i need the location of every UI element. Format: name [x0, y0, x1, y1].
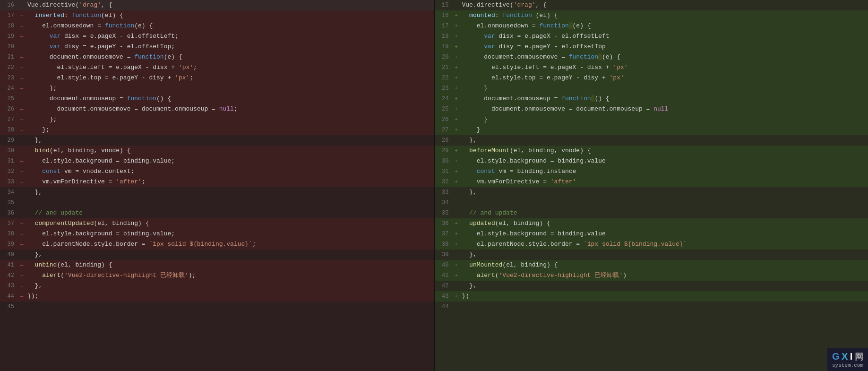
line-number: 23 — [435, 83, 453, 94]
table-row: 19+ var disy = e.pageY - el.offsetTop — [435, 42, 868, 52]
line-marker: — — [18, 114, 26, 125]
line-marker: — — [18, 291, 26, 302]
line-code: } — [460, 125, 868, 135]
line-marker: — — [18, 125, 26, 135]
line-number: 40 — [435, 260, 453, 270]
line-marker: + — [453, 125, 460, 135]
line-number: 16 — [435, 10, 453, 21]
line-code: alert('Vue2-directive-highlight 已经卸载') — [460, 270, 868, 281]
table-row: 38— el.style.background = binding.value; — [0, 229, 434, 239]
line-marker: — — [18, 94, 26, 104]
table-row: 27+ } — [435, 125, 868, 135]
line-marker: + — [453, 31, 460, 42]
line-number: 44 — [0, 291, 18, 302]
line-marker: + — [453, 83, 460, 94]
line-code: var disy = e.pageY - el.offsetTop; — [26, 42, 434, 52]
line-number: 22 — [435, 73, 453, 83]
line-code: el.style.background = binding.value — [460, 229, 868, 239]
line-number: 30 — [435, 156, 453, 166]
line-number: 29 — [435, 146, 453, 156]
line-code: document.onmouseup = function () { — [460, 94, 868, 104]
line-marker: + — [453, 94, 460, 104]
table-row: 17— inserted: function(el) { — [0, 10, 434, 21]
line-code: document.onmousemove = document.onmouseu… — [26, 104, 434, 114]
line-number: 31 — [435, 166, 453, 177]
line-number: 43 — [435, 291, 453, 302]
line-number: 19 — [435, 42, 453, 52]
line-number: 38 — [0, 229, 18, 239]
line-marker: + — [453, 218, 460, 229]
line-code: }; — [26, 83, 434, 94]
line-number: 30 — [0, 146, 18, 156]
line-code: var disx = e.pageX - el.offsetLeft — [460, 31, 868, 42]
line-number: 26 — [0, 104, 18, 114]
watermark-logo: G X I 网 — [832, 351, 863, 362]
line-marker: + — [453, 52, 460, 62]
line-code: }, — [26, 187, 434, 198]
line-number: 16 — [0, 0, 18, 10]
table-row: 24— }; — [0, 83, 434, 94]
line-number: 20 — [0, 42, 18, 52]
table-row: 34 }, — [0, 187, 434, 198]
line-number: 38 — [435, 239, 453, 250]
line-number: 40 — [0, 250, 18, 260]
right-pane: 15Vue.directive('drag', {16+ mounted: fu… — [435, 0, 868, 371]
table-row: 18+ var disx = e.pageX - el.offsetLeft — [435, 31, 868, 42]
table-row: 18— el.onmousedown = function(e) { — [0, 21, 434, 31]
line-marker: — — [18, 83, 26, 94]
line-number: 18 — [0, 21, 18, 31]
table-row: 25+ document.onmousemove = document.onmo… — [435, 104, 868, 114]
line-marker: — — [18, 73, 26, 83]
table-row: 30— bind(el, binding, vnode) { — [0, 146, 434, 156]
line-code: const vm = binding.instance — [460, 166, 868, 177]
table-row: 32+ vm.vmForDirective = 'after' — [435, 177, 868, 187]
line-marker: — — [18, 104, 26, 114]
line-marker: + — [453, 114, 460, 125]
line-marker: — — [18, 62, 26, 73]
line-number: 44 — [435, 302, 453, 312]
line-code: document.onmouseup = function() { — [26, 94, 434, 104]
line-code: document.onmousemove = function (e) { — [460, 52, 868, 62]
line-marker: — — [18, 10, 26, 21]
line-number: 36 — [0, 208, 18, 218]
line-code: }); — [26, 291, 434, 302]
line-number: 29 — [0, 135, 18, 146]
line-marker: + — [453, 73, 460, 83]
line-number: 33 — [435, 187, 453, 198]
line-code: el.style.background = binding.value; — [26, 229, 434, 239]
line-marker: + — [453, 104, 460, 114]
line-number: 17 — [435, 21, 453, 31]
line-marker: — — [18, 239, 26, 250]
line-marker: + — [453, 21, 460, 31]
table-row: 39— el.parentNode.style.border = `1px so… — [0, 239, 434, 250]
line-code: alert('Vue2-directive-highlight 已经卸载'); — [26, 270, 434, 281]
line-code: // and update — [460, 208, 868, 218]
table-row: 16+ mounted: function (el) { — [435, 10, 868, 21]
line-code: el.onmousedown = function (e) { — [460, 21, 868, 31]
line-code: updated(el, binding) { — [460, 218, 868, 229]
table-row: 45 — [0, 302, 434, 312]
table-row: 32— const vm = vnode.context; — [0, 166, 434, 177]
line-code: }, — [26, 281, 434, 291]
line-code: mounted: function (el) { — [460, 10, 868, 21]
line-number: 39 — [0, 239, 18, 250]
line-marker: — — [18, 218, 26, 229]
line-code: el.style.background = binding.value — [460, 156, 868, 166]
table-row: 27— }; — [0, 114, 434, 125]
line-code: el.parentNode.style.border = `1px solid … — [26, 239, 434, 250]
table-row: 37+ el.style.background = binding.value — [435, 229, 868, 239]
line-code: }) — [460, 291, 868, 302]
line-code: }, — [460, 281, 868, 291]
line-number: 36 — [435, 218, 453, 229]
line-marker: + — [453, 260, 460, 270]
line-number: 24 — [0, 83, 18, 94]
line-code: }, — [460, 250, 868, 260]
table-row: 30+ el.style.background = binding.value — [435, 156, 868, 166]
table-row: 35 — [0, 198, 434, 208]
line-number: 39 — [435, 250, 453, 260]
line-number: 21 — [435, 62, 453, 73]
line-code: } — [460, 114, 868, 125]
watermark: G X I 网 system.com — [827, 348, 868, 371]
line-number: 41 — [435, 270, 453, 281]
line-number: 25 — [0, 94, 18, 104]
